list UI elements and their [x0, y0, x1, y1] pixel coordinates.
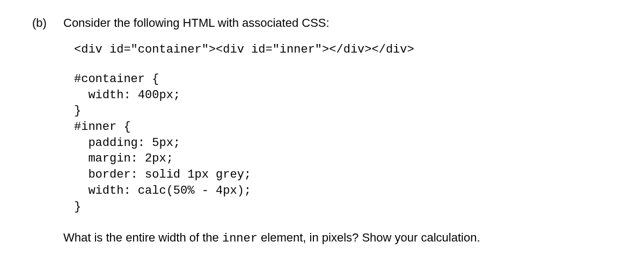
intro-text: Consider the following HTML with associa… [63, 16, 612, 30]
html-code-block: <div id="container"><div id="inner"></di… [74, 43, 612, 56]
question-content: Consider the following HTML with associa… [63, 16, 612, 247]
question-part-2: element, in pixels? Show your calculatio… [258, 231, 480, 244]
css-code-block: #container { width: 400px; } #inner { pa… [74, 71, 612, 215]
inner-code-word: inner [222, 232, 258, 245]
final-question-text: What is the entire width of the inner el… [63, 230, 612, 247]
question-label: (b) [32, 16, 54, 30]
question-part-1: What is the entire width of the [63, 231, 222, 244]
question-block: (b) Consider the following HTML with ass… [32, 16, 612, 247]
